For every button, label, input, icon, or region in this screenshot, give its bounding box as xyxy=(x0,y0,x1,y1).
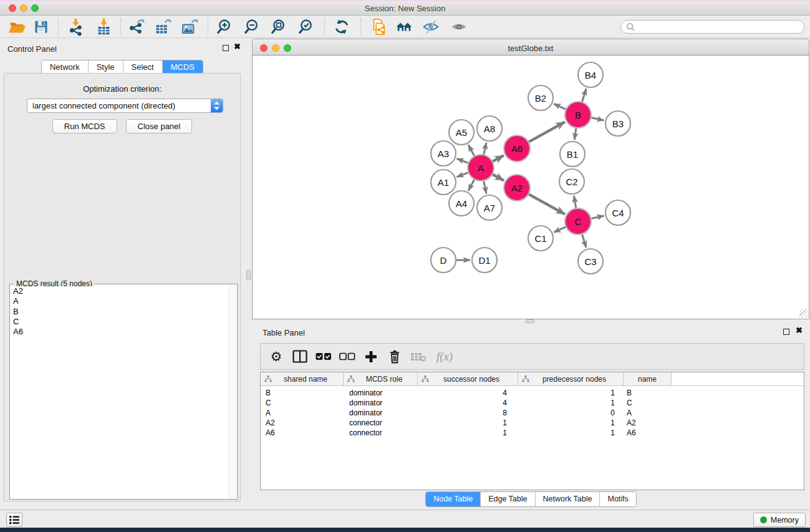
result-item[interactable]: C xyxy=(11,317,228,327)
table-cell[interactable]: 1 xyxy=(518,428,624,437)
apply-layout-icon[interactable] xyxy=(331,16,352,37)
table-cell[interactable]: B xyxy=(624,389,672,397)
table-cell[interactable]: 0 xyxy=(518,409,624,417)
table-cell[interactable]: A6 xyxy=(624,428,672,437)
graph-node-A[interactable]: A xyxy=(468,155,494,181)
table-row[interactable]: Cdominator41C xyxy=(261,398,804,408)
network-from-selection-icon[interactable] xyxy=(368,16,389,37)
import-table-icon[interactable] xyxy=(93,16,114,37)
zoom-fit-icon[interactable] xyxy=(269,16,290,37)
table-row[interactable]: Adominator80A xyxy=(261,408,804,418)
graph-edge-A-A8[interactable] xyxy=(483,142,486,155)
graph-node-A1[interactable]: A1 xyxy=(431,170,456,195)
zoom-in-icon[interactable] xyxy=(215,16,236,37)
table-cell[interactable]: 4 xyxy=(418,389,518,397)
add-column-icon[interactable] xyxy=(362,347,380,366)
open-session-icon[interactable] xyxy=(6,16,27,37)
graph-edge-A2-C[interactable] xyxy=(528,194,565,215)
select-all-icon[interactable] xyxy=(314,347,333,366)
graph-edge-A-A3[interactable] xyxy=(456,158,469,163)
graph-node-A3[interactable]: A3 xyxy=(431,141,456,166)
graph-node-C[interactable]: C xyxy=(565,208,591,235)
import-network-icon[interactable] xyxy=(65,16,86,37)
table-tab-motifs[interactable]: Motifs xyxy=(600,492,635,506)
table-cell[interactable]: C xyxy=(261,399,344,407)
table-cell[interactable]: 1 xyxy=(418,418,518,427)
float-table-panel-icon[interactable] xyxy=(783,329,789,335)
network-window-titlebar[interactable]: testGlobe.txt xyxy=(252,39,809,56)
table-cell[interactable]: 1 xyxy=(418,428,518,437)
table-cell[interactable]: A6 xyxy=(261,428,344,437)
result-item[interactable]: B xyxy=(11,307,228,317)
table-cell[interactable]: 4 xyxy=(418,399,518,407)
export-table-icon[interactable] xyxy=(152,16,173,37)
table-cell[interactable]: connector xyxy=(344,418,418,427)
home-view-icon[interactable] xyxy=(393,16,415,37)
table-tab-edge-table[interactable]: Edge Table xyxy=(481,492,535,506)
search-field[interactable] xyxy=(620,20,804,34)
graph-node-A2[interactable]: A2 xyxy=(504,175,530,201)
graph-node-C4[interactable]: C4 xyxy=(605,200,630,225)
graph-edge-A-A4[interactable] xyxy=(468,179,475,191)
split-view-icon[interactable] xyxy=(291,347,309,366)
table-tab-network-table[interactable]: Network Table xyxy=(536,492,600,506)
search-input[interactable] xyxy=(635,21,804,32)
table-cell[interactable]: connector xyxy=(344,428,418,437)
table-cell[interactable]: dominator xyxy=(344,389,418,397)
result-item[interactable]: A xyxy=(11,296,228,306)
window-resize-grip[interactable] xyxy=(799,309,808,317)
result-item[interactable]: A2 xyxy=(11,286,228,296)
node-table[interactable]: shared nameMCDS rolesuccessor nodesprede… xyxy=(260,372,804,490)
zoom-selected-icon[interactable] xyxy=(296,16,317,37)
graph-node-B3[interactable]: B3 xyxy=(605,111,630,136)
result-scrollbar[interactable] xyxy=(229,285,236,498)
table-cell[interactable]: A2 xyxy=(261,418,344,427)
export-image-icon[interactable] xyxy=(179,16,200,37)
graph-node-A8[interactable]: A8 xyxy=(477,116,502,141)
graph-node-B[interactable]: B xyxy=(565,102,591,128)
column-header-successor-nodes[interactable]: successor nodes xyxy=(418,372,518,386)
table-cell[interactable]: A xyxy=(624,409,672,417)
float-panel-icon[interactable] xyxy=(223,45,229,51)
graph-edge-A-A6[interactable] xyxy=(492,155,504,162)
graph-node-B4[interactable]: B4 xyxy=(578,62,603,87)
save-session-icon[interactable] xyxy=(31,16,52,37)
close-panel-button[interactable]: Close panel xyxy=(126,119,193,133)
close-panel-icon[interactable]: ✖ xyxy=(234,42,241,51)
graph-node-C2[interactable]: C2 xyxy=(559,169,584,194)
graph-node-A7[interactable]: A7 xyxy=(477,195,502,220)
graph-node-B1[interactable]: B1 xyxy=(560,142,585,167)
table-tab-node-table[interactable]: Node Table xyxy=(426,492,481,506)
table-cell[interactable]: 8 xyxy=(418,409,518,417)
column-header-predecessor-nodes[interactable]: predecessor nodes xyxy=(518,372,624,386)
table-cell[interactable]: 1 xyxy=(518,418,624,427)
table-cell[interactable]: 1 xyxy=(518,399,624,407)
delete-column-icon[interactable] xyxy=(385,347,404,366)
result-item[interactable]: A6 xyxy=(11,327,228,337)
graph-edge-C-C2[interactable] xyxy=(574,196,576,210)
table-cell[interactable]: dominator xyxy=(344,409,418,417)
table-row[interactable]: Bdominator41B xyxy=(261,388,804,398)
graph-node-A5[interactable]: A5 xyxy=(449,120,474,145)
graph-node-D1[interactable]: D1 xyxy=(472,248,497,273)
tab-style[interactable]: Style xyxy=(89,60,123,74)
table-row[interactable]: A2connector11A2 xyxy=(261,418,804,428)
network-graph[interactable]: B4B2BB3A8A5A6A3B1AC2A1A2A4A7C4CC1DD1C3 xyxy=(253,56,809,319)
run-mcds-button[interactable]: Run MCDS xyxy=(52,119,117,133)
graph-edge-A-A5[interactable] xyxy=(468,145,475,157)
export-network-icon[interactable] xyxy=(126,16,147,37)
show-selected-eye-icon[interactable] xyxy=(448,16,470,37)
task-history-button[interactable] xyxy=(6,513,22,527)
mcds-result-list[interactable]: A2ABCA6 xyxy=(11,286,228,498)
column-header-name[interactable]: name xyxy=(624,372,672,386)
hide-selected-eye-icon[interactable] xyxy=(420,16,441,37)
graph-edge-A-A1[interactable] xyxy=(456,172,469,177)
table-cell[interactable]: A xyxy=(261,409,344,417)
graph-edge-B-B2[interactable] xyxy=(554,104,567,109)
table-cell[interactable]: A2 xyxy=(624,418,672,427)
memory-button[interactable]: Memory xyxy=(753,513,806,527)
table-cell[interactable]: B xyxy=(261,389,344,397)
graph-node-B2[interactable]: B2 xyxy=(528,85,553,110)
zoom-out-icon[interactable] xyxy=(242,16,263,37)
tab-network[interactable]: Network xyxy=(42,60,89,74)
